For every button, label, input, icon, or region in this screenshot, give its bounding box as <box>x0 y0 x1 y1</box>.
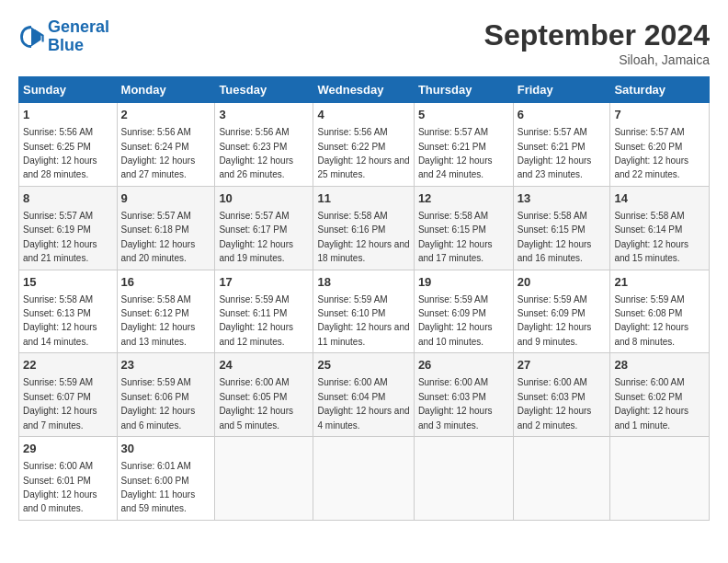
day-cell: 18 Sunrise: 5:59 AMSunset: 6:10 PMDaylig… <box>313 270 414 353</box>
location: Siloah, Jamaica <box>484 52 710 67</box>
day-cell: 25 Sunrise: 6:00 AMSunset: 6:04 PMDaylig… <box>313 353 414 437</box>
day-cell <box>610 437 710 521</box>
day-cell: 15 Sunrise: 5:58 AMSunset: 6:13 PMDaylig… <box>19 270 118 353</box>
day-info: Sunrise: 5:58 AMSunset: 6:13 PMDaylight:… <box>23 294 97 347</box>
day-cell: 28 Sunrise: 6:00 AMSunset: 6:02 PMDaylig… <box>610 353 710 437</box>
day-info: Sunrise: 5:56 AMSunset: 6:22 PMDaylight:… <box>317 127 409 179</box>
week-row-3: 15 Sunrise: 5:58 AMSunset: 6:13 PMDaylig… <box>19 270 710 353</box>
day-info: Sunrise: 5:56 AMSunset: 6:23 PMDaylight:… <box>219 127 293 179</box>
day-number: 17 <box>219 274 309 291</box>
col-header-saturday: Saturday <box>610 77 710 103</box>
col-header-friday: Friday <box>513 77 610 103</box>
day-number: 12 <box>418 190 509 207</box>
header-row: SundayMondayTuesdayWednesdayThursdayFrid… <box>19 77 710 103</box>
page-header: General Blue September 2024 Siloah, Jama… <box>18 18 710 67</box>
day-number: 19 <box>418 274 509 291</box>
day-cell: 24 Sunrise: 6:00 AMSunset: 6:05 PMDaylig… <box>215 353 313 437</box>
day-number: 10 <box>219 190 309 207</box>
day-number: 8 <box>23 190 113 207</box>
week-row-2: 8 Sunrise: 5:57 AMSunset: 6:19 PMDayligh… <box>19 186 710 270</box>
day-number: 30 <box>121 441 211 457</box>
day-cell: 8 Sunrise: 5:57 AMSunset: 6:19 PMDayligh… <box>19 186 118 270</box>
day-cell: 21 Sunrise: 5:59 AMSunset: 6:08 PMDaylig… <box>610 270 710 353</box>
day-number: 1 <box>23 107 113 123</box>
day-cell: 6 Sunrise: 5:57 AMSunset: 6:21 PMDayligh… <box>513 103 610 187</box>
day-info: Sunrise: 5:57 AMSunset: 6:19 PMDaylight:… <box>23 211 97 263</box>
day-cell: 20 Sunrise: 5:59 AMSunset: 6:09 PMDaylig… <box>513 270 610 353</box>
day-cell: 22 Sunrise: 5:59 AMSunset: 6:07 PMDaylig… <box>19 353 118 437</box>
day-number: 3 <box>219 107 309 123</box>
day-cell <box>215 437 313 521</box>
day-info: Sunrise: 5:59 AMSunset: 6:06 PMDaylight:… <box>121 377 196 430</box>
day-number: 26 <box>418 357 509 373</box>
day-number: 2 <box>121 107 211 123</box>
day-number: 24 <box>219 357 309 373</box>
day-cell: 12 Sunrise: 5:58 AMSunset: 6:15 PMDaylig… <box>414 186 513 270</box>
day-info: Sunrise: 5:57 AMSunset: 6:18 PMDaylight:… <box>121 211 196 263</box>
day-cell: 19 Sunrise: 5:59 AMSunset: 6:09 PMDaylig… <box>414 270 513 353</box>
day-cell <box>313 437 414 521</box>
day-info: Sunrise: 5:59 AMSunset: 6:09 PMDaylight:… <box>518 294 592 347</box>
calendar-table: SundayMondayTuesdayWednesdayThursdayFrid… <box>18 76 710 521</box>
logo-line1: General <box>48 17 109 36</box>
day-info: Sunrise: 5:59 AMSunset: 6:09 PMDaylight:… <box>418 294 493 347</box>
week-row-4: 22 Sunrise: 5:59 AMSunset: 6:07 PMDaylig… <box>19 353 710 437</box>
day-cell: 13 Sunrise: 5:58 AMSunset: 6:15 PMDaylig… <box>513 186 610 270</box>
day-cell: 26 Sunrise: 6:00 AMSunset: 6:03 PMDaylig… <box>414 353 513 437</box>
day-info: Sunrise: 6:00 AMSunset: 6:04 PMDaylight:… <box>317 377 409 430</box>
day-cell: 10 Sunrise: 5:57 AMSunset: 6:17 PMDaylig… <box>215 186 313 270</box>
day-number: 9 <box>121 190 211 207</box>
col-header-monday: Monday <box>117 77 215 103</box>
logo-line2: Blue <box>48 36 84 54</box>
day-number: 15 <box>23 274 113 291</box>
day-info: Sunrise: 5:58 AMSunset: 6:15 PMDaylight:… <box>418 211 493 263</box>
day-cell: 23 Sunrise: 5:59 AMSunset: 6:06 PMDaylig… <box>117 353 215 437</box>
day-info: Sunrise: 6:00 AMSunset: 6:03 PMDaylight:… <box>418 377 493 430</box>
day-number: 6 <box>518 107 607 123</box>
day-number: 7 <box>614 107 705 123</box>
logo-text: General Blue <box>48 18 109 55</box>
day-number: 16 <box>121 274 211 291</box>
day-number: 29 <box>23 441 113 457</box>
day-info: Sunrise: 6:01 AMSunset: 6:00 PMDaylight:… <box>121 461 196 513</box>
col-header-wednesday: Wednesday <box>313 77 414 103</box>
day-cell <box>414 437 513 521</box>
day-info: Sunrise: 5:56 AMSunset: 6:24 PMDaylight:… <box>121 127 196 179</box>
day-info: Sunrise: 5:59 AMSunset: 6:08 PMDaylight:… <box>614 294 688 347</box>
day-number: 22 <box>23 357 113 373</box>
day-cell: 4 Sunrise: 5:56 AMSunset: 6:22 PMDayligh… <box>313 103 414 187</box>
day-cell: 27 Sunrise: 6:00 AMSunset: 6:03 PMDaylig… <box>513 353 610 437</box>
day-number: 13 <box>518 190 607 207</box>
day-info: Sunrise: 5:57 AMSunset: 6:21 PMDaylight:… <box>518 127 592 179</box>
day-info: Sunrise: 5:58 AMSunset: 6:12 PMDaylight:… <box>121 294 196 347</box>
day-info: Sunrise: 5:56 AMSunset: 6:25 PMDaylight:… <box>23 127 97 179</box>
day-info: Sunrise: 5:58 AMSunset: 6:15 PMDaylight:… <box>518 211 592 263</box>
day-number: 23 <box>121 357 211 373</box>
day-number: 11 <box>317 190 409 207</box>
day-number: 18 <box>317 274 409 291</box>
day-info: Sunrise: 6:00 AMSunset: 6:05 PMDaylight:… <box>219 377 293 430</box>
week-row-5: 29 Sunrise: 6:00 AMSunset: 6:01 PMDaylig… <box>19 437 710 521</box>
day-cell: 16 Sunrise: 5:58 AMSunset: 6:12 PMDaylig… <box>117 270 215 353</box>
day-info: Sunrise: 6:00 AMSunset: 6:03 PMDaylight:… <box>518 377 592 430</box>
day-info: Sunrise: 5:57 AMSunset: 6:17 PMDaylight:… <box>219 211 293 263</box>
day-info: Sunrise: 6:00 AMSunset: 6:01 PMDaylight:… <box>23 461 97 513</box>
day-cell: 2 Sunrise: 5:56 AMSunset: 6:24 PMDayligh… <box>117 103 215 187</box>
title-block: September 2024 Siloah, Jamaica <box>484 18 710 67</box>
day-info: Sunrise: 5:58 AMSunset: 6:16 PMDaylight:… <box>317 211 409 263</box>
day-cell: 9 Sunrise: 5:57 AMSunset: 6:18 PMDayligh… <box>117 186 215 270</box>
day-info: Sunrise: 5:57 AMSunset: 6:21 PMDaylight:… <box>418 127 493 179</box>
day-cell: 30 Sunrise: 6:01 AMSunset: 6:00 PMDaylig… <box>117 437 215 521</box>
col-header-sunday: Sunday <box>19 77 118 103</box>
day-number: 28 <box>614 357 705 373</box>
day-info: Sunrise: 5:58 AMSunset: 6:14 PMDaylight:… <box>614 211 688 263</box>
day-number: 4 <box>317 107 409 123</box>
day-cell: 5 Sunrise: 5:57 AMSunset: 6:21 PMDayligh… <box>414 103 513 187</box>
day-cell: 1 Sunrise: 5:56 AMSunset: 6:25 PMDayligh… <box>19 103 118 187</box>
day-number: 14 <box>614 190 705 207</box>
day-cell: 29 Sunrise: 6:00 AMSunset: 6:01 PMDaylig… <box>19 437 118 521</box>
day-number: 27 <box>518 357 607 373</box>
day-cell: 17 Sunrise: 5:59 AMSunset: 6:11 PMDaylig… <box>215 270 313 353</box>
week-row-1: 1 Sunrise: 5:56 AMSunset: 6:25 PMDayligh… <box>19 103 710 187</box>
day-info: Sunrise: 5:59 AMSunset: 6:11 PMDaylight:… <box>219 294 293 347</box>
